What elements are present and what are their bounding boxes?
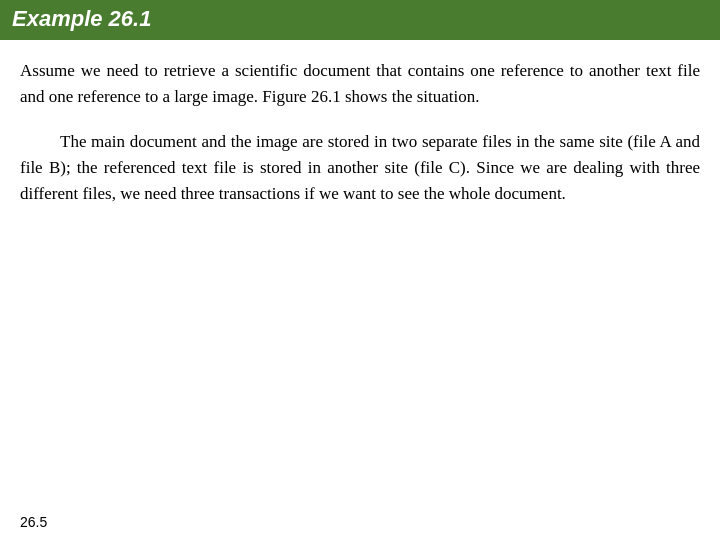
page-container: Example 26.1 Assume we need to retrieve …: [0, 0, 720, 540]
paragraph-2: The main document and the image are stor…: [20, 129, 700, 208]
page-number: 26.5: [20, 514, 47, 530]
footer: 26.5: [0, 506, 720, 540]
example-title: Example 26.1: [12, 6, 151, 32]
content-area: Assume we need to retrieve a scientific …: [0, 40, 720, 506]
title-bar: Example 26.1: [0, 0, 720, 40]
paragraph-1: Assume we need to retrieve a scientific …: [20, 58, 700, 111]
